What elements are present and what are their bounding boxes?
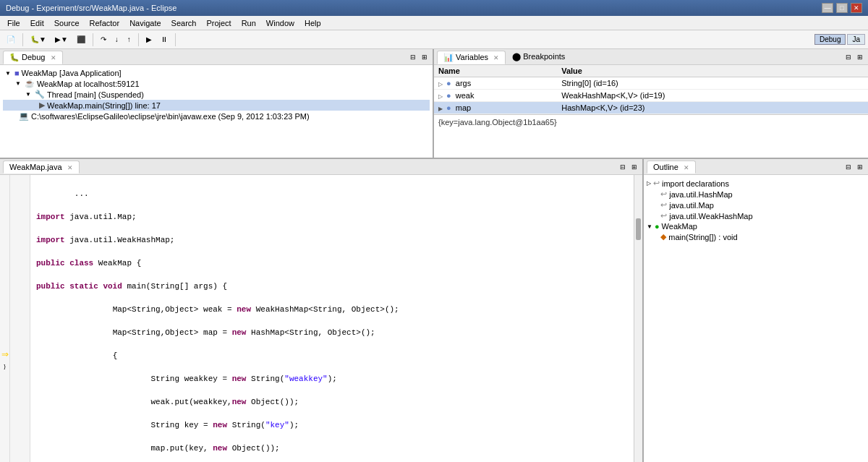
expand-icon-2[interactable]: ▼ [25,91,31,98]
variables-tab-close[interactable]: ✕ [493,54,499,61]
maximize-button[interactable]: □ [836,3,848,13]
col-value: Value [557,65,868,77]
var-name-1: ▷ ● weak [434,90,557,102]
var-expand-0[interactable]: ▷ [438,81,443,87]
variables-content: Name Value ▷ ● args String[0] (id=16) [434,65,868,158]
outline-item-5[interactable]: ◆ main(String[]) : void [657,231,865,242]
variables-tab-label: Variables [456,53,488,61]
outline-item-2[interactable]: ↩ java.util.Map [657,200,865,210]
debug-item-label-2: Thread [main] (Suspended) [47,90,144,99]
tab-variables[interactable]: 📊 Variables ✕ [437,51,506,64]
toolbar-step-return[interactable]: ↑ [124,33,135,46]
code-area[interactable]: ... import java.util.Map; import java.ut… [30,175,634,462]
editor-tab-label: WeakMap.java [9,163,62,171]
margin-12 [0,314,9,325]
margin-7 [0,256,9,268]
debug-item-label-0: WeakMap [Java Application] [22,69,122,77]
var-row-2[interactable]: ▶ ● map HashMap<K,V> (id=23) [434,102,868,114]
perspective-java[interactable]: Ja [847,34,865,45]
variables-tab-bar: 📊 Variables ✕ ⬤ Breakpoints ⊟ ⊞ [434,49,868,65]
outline-tri-5 [657,234,658,240]
perspective-debug[interactable]: Debug [814,34,846,45]
outline-panel-controls[interactable]: ⊟ ⊞ [843,163,865,171]
debug-tab-close[interactable]: ✕ [51,54,56,61]
toolbar-run[interactable]: ▶▼ [51,33,72,46]
menu-navigate[interactable]: Navigate [125,18,165,28]
outline-icon-2: ↩ [660,200,667,210]
tab-breakpoints[interactable]: ⬤ Breakpoints [506,50,571,64]
close-button[interactable]: ✕ [851,3,862,13]
menu-file[interactable]: File [3,18,25,28]
menu-source[interactable]: Source [50,18,84,28]
outline-minimize[interactable]: ⊟ [843,163,854,171]
outline-maximize[interactable]: ⊞ [855,163,865,171]
outline-tri-0[interactable]: ▷ [647,180,651,187]
toolbar-step-into[interactable]: ↓ [111,33,122,46]
debug-item-3[interactable]: ▶ WeakMap.main(String[]) line: 17 [3,100,430,111]
editor-tab-bar: WeakMap.java ✕ ⊟ ⊞ [0,159,642,175]
margin-16: } [0,360,9,372]
editor-tab-close[interactable]: ✕ [67,164,73,171]
menu-project[interactable]: Project [202,18,235,28]
debug-item-2[interactable]: ▼ 🔧 Thread [main] (Suspended) [3,89,430,100]
debug-item-4[interactable]: 💻 C:\softwares\EclipseGalileo\eclipse\jr… [3,111,430,121]
code-line-2: import java.util.WeakHashMap; [36,234,628,246]
code-line-6: Map<String,Object> map = new HashMap<Str… [36,327,628,338]
var-expand-2[interactable]: ▶ [438,106,443,112]
main-layout: 🐛 Debug ✕ ⊟ ⊞ ▼ ■ WeakMap [Java Applicat… [0,49,868,462]
var-expand-1[interactable]: ▷ [438,93,443,100]
editor-maximize[interactable]: ⊞ [629,163,639,171]
debug-maximize[interactable]: ⊞ [420,53,430,61]
toolbar-suspend[interactable]: ⏸ [157,33,171,46]
toolbar-new[interactable]: 📄 [3,33,19,46]
var-minimize[interactable]: ⊟ [843,53,854,61]
tab-editor[interactable]: WeakMap.java ✕ [3,161,80,174]
menu-window[interactable]: Window [262,18,299,28]
outline-label-3: java.util.WeakHashMap [669,212,752,221]
var-row-0[interactable]: ▷ ● args String[0] (id=16) [434,77,868,90]
editor-panel-controls[interactable]: ⊟ ⊞ [618,163,639,171]
margin-3 [0,210,9,221]
toolbar-resume[interactable]: ▶ [142,33,156,46]
editor-minimize[interactable]: ⊟ [618,163,628,171]
code-line-8: String weakkey = new String("weakkey"); [36,373,628,385]
editor-scrollbar-v[interactable] [634,175,642,462]
ln-0 [13,176,27,188]
debug-item-1[interactable]: ▼ ☕ WeakMap at localhost:59121 [3,78,430,89]
minimize-button[interactable]: — [822,3,833,13]
expand-icon-0[interactable]: ▼ [5,70,11,77]
menu-search[interactable]: Search [167,18,201,28]
var-maximize[interactable]: ⊞ [855,53,865,61]
variables-panel-controls[interactable]: ⊟ ⊞ [843,53,865,61]
expand-icon-1[interactable]: ▼ [15,80,21,87]
window-title: Debug - Experiment/src/WeakMap.java - Ec… [6,4,176,12]
debug-item-label-1: WeakMap at localhost:59121 [37,80,140,88]
outline-item-4[interactable]: ▼ ● WeakMap [647,221,865,231]
outline-item-3[interactable]: ↩ java.util.WeakHashMap [657,210,865,221]
window-controls[interactable]: — □ ✕ [822,3,862,13]
debug-minimize[interactable]: ⊟ [408,53,418,61]
toolbar-debug[interactable]: 🐛▼ [27,33,50,46]
menu-run[interactable]: Run [237,18,260,28]
outline-item-1[interactable]: ↩ java.util.HashMap [657,189,865,200]
ln-7 [13,257,27,269]
code-line-0: ... [36,188,628,200]
menu-edit[interactable]: Edit [26,18,48,28]
tab-outline[interactable]: Outline ✕ [647,161,696,174]
editor-scroll-thumb[interactable] [636,218,641,240]
outline-item-0[interactable]: ▷ ↩ import declarations [647,178,865,189]
outline-tri-4[interactable]: ▼ [647,223,652,230]
toolbar-stop[interactable]: ⬛ [73,33,89,46]
ln-14 [13,338,27,350]
outline-tab-close[interactable]: ✕ [684,164,689,171]
debug-panel-controls[interactable]: ⊟ ⊞ [408,53,430,61]
toolbar-step-over[interactable]: ↷ [97,33,110,46]
outline-label-0: import declarations [662,179,729,188]
debug-item-0[interactable]: ▼ ■ WeakMap [Java Application] [3,68,430,78]
menu-refactor[interactable]: Refactor [85,18,124,28]
var-row-1[interactable]: ▷ ● weak WeakHashMap<K,V> (id=19) [434,90,868,102]
outline-method-icon: ◆ [660,232,666,241]
tab-debug[interactable]: 🐛 Debug ✕ [3,51,63,64]
menu-help[interactable]: Help [300,18,326,28]
editor-content[interactable]: ⇒ } [0,175,642,462]
